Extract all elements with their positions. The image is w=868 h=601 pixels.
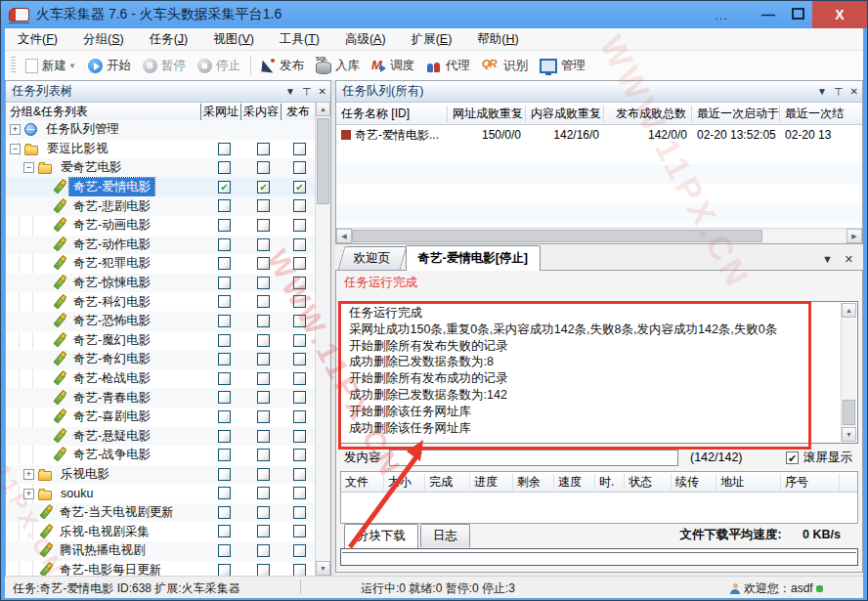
tree-row[interactable]: 奇艺-喜剧电影	[6, 408, 315, 427]
check-collect-url[interactable]	[218, 143, 231, 155]
tab-list-icon[interactable]: ▼	[822, 253, 833, 266]
check-collect-content[interactable]	[257, 277, 270, 289]
panel-menu-icon[interactable]: ▼	[817, 87, 827, 97]
file-col-4[interactable]: 剩余	[513, 474, 554, 491]
tree-row[interactable]: 奇艺-悬疑电影	[6, 427, 315, 447]
autoscroll-option[interactable]: ✔ 滚屏显示	[786, 450, 852, 466]
autoscroll-checkbox[interactable]: ✔	[786, 451, 799, 464]
check-collect-content[interactable]	[257, 199, 270, 212]
check-collect-url[interactable]	[218, 353, 231, 365]
check-collect-url[interactable]	[218, 487, 231, 499]
scroll-down-icon[interactable]: ▼	[842, 427, 856, 442]
check-publish[interactable]	[293, 334, 306, 347]
check-collect-url[interactable]	[218, 315, 231, 327]
file-col-3[interactable]: 进度	[470, 474, 513, 491]
check-collect-url[interactable]	[218, 525, 231, 537]
queue-col-1[interactable]: 网址成败重复	[448, 106, 526, 122]
check-collect-url[interactable]	[218, 468, 231, 481]
check-collect-content[interactable]	[257, 544, 270, 557]
check-collect-url[interactable]	[218, 295, 231, 308]
expand-toggle-icon[interactable]: +	[10, 124, 21, 135]
check-collect-url[interactable]	[218, 506, 231, 519]
file-col-0[interactable]: 文件	[341, 474, 384, 491]
check-collect-content[interactable]	[257, 353, 270, 365]
toolbar-button-new[interactable]: 新建▼	[20, 53, 82, 78]
scroll-left-icon[interactable]: ◀	[336, 229, 352, 243]
file-col-7[interactable]: 状态	[625, 474, 672, 491]
toolbar-button-pause[interactable]: 暂停	[137, 53, 192, 78]
menu-item-F[interactable]: 文件(F)	[5, 28, 70, 50]
close-panel-icon[interactable]: ✕	[850, 87, 858, 97]
file-col-5[interactable]: 速度	[554, 474, 595, 491]
tree-row[interactable]: 奇艺-恐怖电影	[6, 312, 315, 331]
tree-row[interactable]: 奇艺-惊悚电影	[6, 274, 315, 293]
file-col-8[interactable]: 续传	[672, 474, 716, 491]
check-collect-url[interactable]	[218, 238, 231, 251]
check-collect-content[interactable]: ✔	[257, 181, 270, 193]
menu-item-J[interactable]: 任务(J)	[137, 28, 201, 50]
check-publish[interactable]	[293, 353, 306, 365]
tab-log[interactable]: 日志	[420, 524, 470, 547]
tab-chunk-download[interactable]: 分块下载	[344, 524, 418, 548]
check-publish[interactable]	[293, 372, 306, 385]
check-publish[interactable]	[293, 238, 306, 251]
check-publish[interactable]	[293, 257, 306, 270]
tree-row[interactable]: 奇艺-悲剧电影	[6, 196, 315, 216]
tree-vertical-scrollbar[interactable]: ▲ ▼	[315, 102, 330, 576]
tree-row[interactable]: 奇艺-电影每日更新	[6, 561, 315, 576]
menu-item-S[interactable]: 分组(S)	[70, 28, 137, 50]
check-publish[interactable]	[293, 544, 306, 557]
chevron-down-icon[interactable]: ▼	[68, 62, 76, 70]
tree-row[interactable]: 奇艺-当天电视剧更新	[6, 503, 315, 523]
check-publish[interactable]	[293, 487, 306, 499]
menu-item-V[interactable]: 视图(V)	[200, 28, 267, 50]
check-collect-content[interactable]	[257, 238, 270, 251]
queue-col-5[interactable]: 最近一次结	[780, 106, 862, 122]
file-col-2[interactable]: 完成	[425, 474, 470, 491]
check-collect-url[interactable]	[218, 334, 231, 347]
check-publish[interactable]	[293, 219, 306, 232]
tree-row[interactable]: 奇艺-动作电影	[6, 236, 315, 255]
tree-row[interactable]: 奇艺-枪战电影	[6, 369, 315, 389]
check-collect-content[interactable]	[257, 315, 270, 327]
check-collect-url[interactable]	[218, 277, 231, 289]
check-publish[interactable]	[293, 391, 306, 404]
toolbar-button-stop[interactable]: 停止	[192, 53, 246, 78]
tree-col-check-0[interactable]: 采网址	[200, 104, 240, 120]
menu-item-E[interactable]: 扩展(E)	[399, 28, 465, 50]
pin-icon[interactable]: ⊥	[302, 87, 312, 97]
check-collect-content[interactable]	[257, 564, 270, 576]
toolbar-button-import-db[interactable]: 入库	[310, 53, 366, 78]
check-collect-content[interactable]	[257, 410, 270, 423]
toolbar-button-schedule[interactable]: 调度	[366, 53, 420, 78]
check-collect-content[interactable]	[257, 161, 270, 174]
toolbar-button-manage[interactable]: 管理	[534, 53, 591, 78]
file-col-1[interactable]: 大小	[384, 474, 425, 491]
check-collect-content[interactable]	[257, 487, 270, 499]
check-publish[interactable]	[293, 525, 306, 537]
check-publish[interactable]	[293, 295, 306, 308]
check-collect-url[interactable]	[218, 199, 231, 212]
file-col-9[interactable]: 地址	[716, 474, 781, 491]
check-collect-content[interactable]	[257, 334, 270, 347]
tree-row[interactable]: +souku	[6, 484, 315, 503]
check-publish[interactable]	[293, 468, 306, 481]
check-collect-url[interactable]	[218, 564, 231, 576]
close-panel-icon[interactable]: ✕	[319, 87, 326, 97]
check-collect-content[interactable]	[257, 449, 270, 461]
menu-item-H[interactable]: 帮助(H)	[464, 28, 531, 50]
check-collect-url[interactable]	[218, 410, 231, 423]
check-collect-content[interactable]	[257, 295, 270, 308]
tree-row[interactable]: 奇艺-魔幻电影	[6, 331, 315, 351]
check-collect-content[interactable]	[257, 143, 270, 155]
check-publish[interactable]	[293, 449, 306, 461]
tab-close-icon[interactable]: ✕	[845, 253, 853, 266]
check-collect-content[interactable]	[257, 468, 270, 481]
tree-col-name[interactable]: 分组&任务列表	[6, 104, 200, 120]
check-collect-content[interactable]	[257, 506, 270, 519]
check-collect-content[interactable]	[257, 391, 270, 404]
expand-toggle-icon[interactable]: −	[10, 144, 21, 154]
tree-row[interactable]: +任务队列管理	[6, 120, 315, 140]
file-col-10[interactable]: 序号	[781, 474, 840, 491]
check-collect-content[interactable]	[257, 257, 270, 270]
